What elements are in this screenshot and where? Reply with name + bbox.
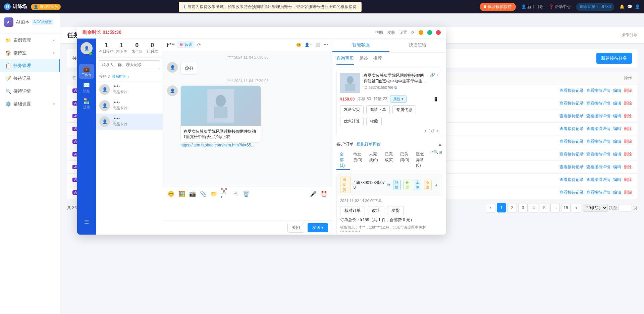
view-detail-1[interactable]: 查看接待详情 — [586, 101, 610, 106]
delete-7[interactable]: 删除 — [624, 177, 632, 183]
edit-1[interactable]: 编辑 — [613, 101, 621, 106]
order-expand-arrow[interactable]: ▲ — [434, 183, 438, 187]
sidebar-item-records[interactable]: 📝 接待记录 — [0, 72, 60, 85]
sidebar-item-detail[interactable]: 🔍 接待详情 — [0, 85, 60, 98]
maximize-button[interactable] — [427, 30, 432, 35]
chat-nav-worktable[interactable]: 💼 工作台 — [79, 64, 94, 79]
user-add-icon[interactable]: 👤+ — [305, 43, 312, 47]
more-icon[interactable]: ••• — [324, 43, 328, 47]
discount-calc-btn[interactable]: 优惠计算 — [340, 117, 364, 126]
edit-5[interactable]: 编辑 — [613, 151, 621, 157]
contact-item-1[interactable]: 👤 j**** 商品卡片 — [96, 81, 163, 98]
order-tab-incomplete[interactable]: 未完成(0) — [366, 150, 381, 170]
ship-btn[interactable]: 发货 — [387, 206, 404, 215]
copy-icon[interactable]: ⧉ — [394, 85, 397, 90]
clock-icon[interactable]: ⏰ — [320, 190, 328, 198]
invite-order-btn[interactable]: 邀请下单 — [366, 105, 390, 114]
folder-icon[interactable]: 📁 — [210, 190, 218, 198]
next-icon[interactable]: › — [437, 73, 438, 77]
delete-3[interactable]: 删除 — [624, 126, 632, 132]
order-search-icon[interactable]: 🔍 — [434, 150, 439, 170]
chat-nav-store[interactable]: 🏪 进店 — [79, 96, 94, 111]
order-tag-detail[interactable]: 详情 — [393, 180, 401, 190]
rotate-icon[interactable]: ⟳ — [411, 30, 415, 35]
screenshot-icon[interactable]: 📸 — [189, 190, 197, 198]
send-product-btn[interactable]: 发送宝贝 — [340, 105, 364, 114]
link-icon[interactable]: 🔗 — [430, 73, 435, 77]
order-tag-invoice[interactable]: 开票 — [404, 180, 411, 190]
new-task-button[interactable]: 新建接待任务 — [596, 53, 632, 64]
close-chat-button[interactable]: 关闭 — [287, 223, 304, 233]
order-tab-pending[interactable]: 待发货(0) — [350, 150, 366, 170]
emoji-toolbar-icon[interactable]: 😊 — [167, 190, 175, 198]
edit-4[interactable]: 编辑 — [613, 139, 621, 144]
view-detail-5[interactable]: 查看接待详情 — [586, 151, 610, 157]
view-detail-0[interactable]: 查看接待详情 — [586, 88, 610, 93]
page-2[interactable]: 2 — [507, 203, 517, 212]
prod-prev[interactable]: ‹ — [425, 129, 426, 133]
sidebar-item-settings[interactable]: ⚙️ 基础设置 ▾ — [0, 98, 60, 110]
view-detail-2[interactable]: 查看接待详情 — [586, 113, 610, 119]
view-detail-6[interactable]: 查看接待详情 — [586, 164, 610, 170]
tab-consult-product[interactable]: 咨询宝贝 — [336, 53, 354, 65]
message-icon[interactable]: 💬 — [627, 4, 632, 9]
delete-4[interactable]: 删除 — [624, 139, 632, 144]
tab-quick-reply[interactable]: 快捷短语 — [389, 39, 446, 52]
prod-next[interactable]: › — [437, 129, 438, 133]
order-tag-workorder[interactable]: 工单 — [414, 180, 422, 190]
help-btn[interactable]: 帮助 — [375, 30, 383, 36]
order-tab-all[interactable]: 全部(1) — [336, 150, 350, 170]
refresh-icon[interactable]: ⟳ — [197, 42, 201, 48]
page-4[interactable]: 4 — [529, 203, 538, 212]
jump-input[interactable] — [619, 204, 632, 211]
receive-button[interactable]: 体验模拟接待 — [480, 3, 516, 11]
view-detail-4[interactable]: 查看接待详情 — [586, 139, 610, 144]
sidebar-item-reception[interactable]: 🏠 接待室 ▾ — [0, 47, 60, 59]
delete-2[interactable]: 删除 — [624, 113, 632, 119]
help-link[interactable]: ❓ 帮助中心 — [549, 4, 571, 10]
view-records-7[interactable]: 查看接待记录 — [559, 177, 584, 183]
simulate-order-link[interactable]: 模拟订单评价 — [357, 141, 381, 147]
page-last[interactable]: 19 — [561, 203, 571, 212]
view-records-4[interactable]: 查看接待记录 — [559, 139, 584, 144]
view-records-5[interactable]: 查看接待记录 — [559, 151, 584, 157]
sort-time[interactable]: 联系时间 ↑ — [112, 74, 129, 79]
image-icon[interactable]: 🖼️ — [178, 190, 186, 198]
screen-icon[interactable]: ⬜ — [315, 43, 320, 47]
user-icon[interactable]: 👤 — [635, 4, 640, 9]
order-tag-remark[interactable]: 备注 — [424, 180, 432, 190]
contact-search-input[interactable] — [99, 60, 160, 69]
voice-icon[interactable]: 🎤 — [309, 190, 317, 198]
view-records-0[interactable]: 查看接待记录 — [559, 88, 584, 93]
guide-link[interactable]: 👤 新手引导 — [521, 4, 543, 10]
page-prev[interactable]: ‹ — [486, 203, 495, 212]
view-detail-3[interactable]: 查看接待详情 — [586, 126, 610, 132]
view-detail-8[interactable]: 查看接待详情 — [586, 190, 610, 195]
minimize-button[interactable] — [419, 30, 423, 35]
view-records-2[interactable]: 查看接待记录 — [559, 113, 584, 119]
order-tab-closed[interactable]: 已关闭(0) — [397, 150, 413, 170]
page-size-select[interactable]: 20条/页 50条/页 — [583, 204, 608, 212]
edit-6[interactable]: 编辑 — [613, 164, 621, 170]
view-records-3[interactable]: 查看接待记录 — [559, 126, 584, 132]
contact-item-2[interactable]: 👤 j**** 商品卡片 — [96, 98, 163, 114]
order-copy-icon[interactable]: ⧉ — [387, 183, 390, 187]
attr-button[interactable]: 属性 ▾ — [390, 96, 407, 103]
order-refresh-icon[interactable]: ⟳ — [430, 150, 434, 170]
change-address-btn[interactable]: 改址 — [368, 206, 384, 215]
bell-icon[interactable]: 🔔 — [620, 4, 625, 9]
file-icon[interactable]: 📎 — [199, 190, 207, 198]
mobile-icon[interactable]: 📱 — [433, 97, 438, 102]
settings-btn[interactable]: 设置 — [399, 30, 407, 36]
page-1[interactable]: 1 — [497, 203, 506, 212]
edit-2[interactable]: 编辑 — [613, 113, 621, 119]
page-3[interactable]: 3 — [518, 203, 528, 212]
emoji-icon[interactable]: 😊 — [296, 43, 301, 47]
page-5[interactable]: 5 — [540, 203, 549, 212]
edit-8[interactable]: 编辑 — [613, 190, 621, 195]
delete-8[interactable]: 删除 — [624, 190, 632, 195]
tab-recommend[interactable]: 推荐 — [373, 53, 382, 65]
delete-5[interactable]: 删除 — [624, 151, 632, 157]
order-expand-icon[interactable]: ▲ — [438, 142, 442, 147]
delete-icon[interactable]: 🗑️ — [242, 190, 250, 198]
